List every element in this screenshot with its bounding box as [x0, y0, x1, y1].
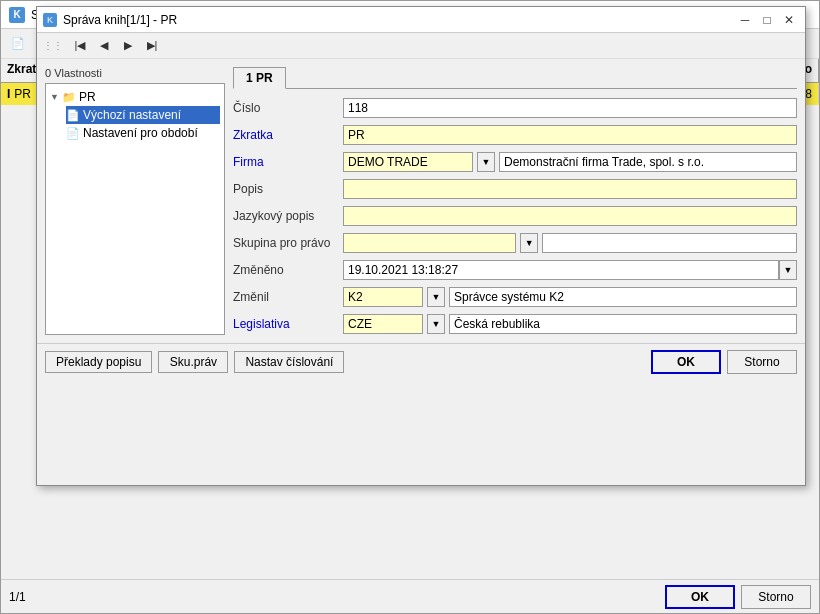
- inner-nav-next-button[interactable]: ▶: [117, 35, 139, 57]
- popis-label: Popis: [233, 182, 343, 196]
- page-info: 1/1: [9, 590, 26, 604]
- outer-footer-right: OK Storno: [665, 585, 811, 609]
- inner-app-icon: K: [43, 13, 57, 27]
- tree-node-nastaveni[interactable]: 📄 Nastavení pro období: [66, 124, 220, 142]
- firma-input[interactable]: [343, 152, 473, 172]
- outer-window: K Správa knih ─ □ ✕ 📄 📂 💾 🖨 |◀ ◀ ▶ ▶| 🔍 …: [0, 0, 820, 614]
- outer-ok-button[interactable]: OK: [665, 585, 735, 609]
- toolbar-dots: ⋮⋮: [43, 40, 63, 51]
- inner-minimize-button[interactable]: ─: [735, 10, 755, 30]
- cislo-row: Číslo: [233, 97, 797, 119]
- zkratka-label: Zkratka: [233, 128, 343, 142]
- right-panel: 1 PR Číslo Zkratka Fir: [233, 67, 797, 335]
- skupina-desc-input[interactable]: [542, 233, 797, 253]
- jazykovy-popis-input[interactable]: [343, 206, 797, 226]
- popis-input[interactable]: [343, 179, 797, 199]
- jazykovy-popis-row: Jazykový popis: [233, 205, 797, 227]
- inner-footer-left: Překlady popisu Sku.práv Nastav číslován…: [45, 351, 344, 373]
- skupravy-button[interactable]: Sku.práv: [158, 351, 228, 373]
- skupina-dropdown-btn[interactable]: ▼: [520, 233, 538, 253]
- inner-close-button[interactable]: ✕: [779, 10, 799, 30]
- expand-icon: ▼: [50, 92, 59, 102]
- skupina-row: Skupina pro právo ▼: [233, 232, 797, 254]
- legislativa-label: Legislativa: [233, 317, 343, 331]
- zmenil-dropdown-btn[interactable]: ▼: [427, 287, 445, 307]
- legislativa-input-group: ▼: [343, 314, 797, 334]
- inner-ok-button[interactable]: OK: [651, 350, 721, 374]
- outer-storno-button[interactable]: Storno: [741, 585, 811, 609]
- skupina-label: Skupina pro právo: [233, 236, 343, 250]
- inner-toolbar: ⋮⋮ |◀ ◀ ▶ ▶|: [37, 33, 805, 59]
- zmenil-input-group: ▼: [343, 287, 797, 307]
- zmenil-input[interactable]: [343, 287, 423, 307]
- inner-titlebar: K Správa knih[1/1] - PR ─ □ ✕: [37, 7, 805, 33]
- inner-modal: K Správa knih[1/1] - PR ─ □ ✕ ⋮⋮ |◀ ◀ ▶ …: [36, 6, 806, 486]
- tabs-area: 1 PR: [233, 67, 797, 89]
- legislativa-dropdown-btn[interactable]: ▼: [427, 314, 445, 334]
- tree-children: 📄 Výchozí nastavení 📄 Nastavení pro obdo…: [50, 106, 220, 142]
- inner-titlebar-controls: ─ □ ✕: [735, 10, 799, 30]
- zmenil-row: Změnil ▼: [233, 286, 797, 308]
- tree-node-pr-label: PR: [79, 90, 96, 104]
- zkratka-row: Zkratka: [233, 124, 797, 146]
- left-panel: 0 Vlastnosti ▼ 📁 PR 📄 Výchozí nastavení: [45, 67, 225, 335]
- cislo-label: Číslo: [233, 101, 343, 115]
- inner-nav-prev-button[interactable]: ◀: [93, 35, 115, 57]
- firma-label: Firma: [233, 155, 343, 169]
- inner-maximize-button[interactable]: □: [757, 10, 777, 30]
- inner-window-title: Správa knih[1/1] - PR: [63, 13, 177, 27]
- zmeneno-input[interactable]: [343, 260, 779, 280]
- zmeneno-input-group: ▼: [343, 260, 797, 280]
- inner-body: 0 Vlastnosti ▼ 📁 PR 📄 Výchozí nastavení: [37, 59, 805, 343]
- tree-node-vychozi-label: Výchozí nastavení: [83, 108, 181, 122]
- row-cursor: I: [7, 87, 10, 101]
- tree-node-pr[interactable]: ▼ 📁 PR: [50, 88, 220, 106]
- inner-footer-right: OK Storno: [651, 350, 797, 374]
- app-icon: K: [9, 7, 25, 23]
- jazykovy-popis-label: Jazykový popis: [233, 209, 343, 223]
- firma-input-group: ▼: [343, 152, 797, 172]
- legislativa-input[interactable]: [343, 314, 423, 334]
- zmeneno-label: Změněno: [233, 263, 343, 277]
- legislativa-desc-input[interactable]: [449, 314, 797, 334]
- zkratka-input[interactable]: [343, 125, 797, 145]
- zmeneno-dropdown-btn[interactable]: ▼: [779, 260, 797, 280]
- nastav-button[interactable]: Nastav číslování: [234, 351, 344, 373]
- firma-desc-input[interactable]: [499, 152, 797, 172]
- inner-footer: Překlady popisu Sku.práv Nastav číslován…: [37, 343, 805, 380]
- doc-icon-1: 📄: [66, 109, 80, 122]
- popis-row: Popis: [233, 178, 797, 200]
- new-button[interactable]: 📄: [7, 33, 29, 55]
- skupina-input[interactable]: [343, 233, 516, 253]
- tree-area: ▼ 📁 PR 📄 Výchozí nastavení 📄 Nastavení p…: [45, 83, 225, 335]
- preklady-button[interactable]: Překlady popisu: [45, 351, 152, 373]
- doc-icon-2: 📄: [66, 127, 80, 140]
- inner-nav-first-button[interactable]: |◀: [69, 35, 91, 57]
- legislativa-row: Legislativa ▼: [233, 313, 797, 335]
- firma-dropdown-btn[interactable]: ▼: [477, 152, 495, 172]
- outer-footer: 1/1 OK Storno: [1, 579, 819, 613]
- inner-titlebar-left: K Správa knih[1/1] - PR: [43, 13, 177, 27]
- zmenil-desc-input[interactable]: [449, 287, 797, 307]
- skupina-input-group: ▼: [343, 233, 797, 253]
- cislo-input[interactable]: [343, 98, 797, 118]
- tree-node-vychozi[interactable]: 📄 Výchozí nastavení: [66, 106, 220, 124]
- firma-row: Firma ▼: [233, 151, 797, 173]
- inner-storno-button[interactable]: Storno: [727, 350, 797, 374]
- tab-1pr[interactable]: 1 PR: [233, 67, 286, 89]
- inner-nav-last-button[interactable]: ▶|: [141, 35, 163, 57]
- tree-node-nastaveni-label: Nastavení pro období: [83, 126, 198, 140]
- form-area: Číslo Zkratka Firma ▼: [233, 97, 797, 335]
- folder-icon: 📁: [62, 91, 76, 104]
- zmeneno-row: Změněno ▼: [233, 259, 797, 281]
- panel-title: 0 Vlastnosti: [45, 67, 225, 79]
- zmenil-label: Změnil: [233, 290, 343, 304]
